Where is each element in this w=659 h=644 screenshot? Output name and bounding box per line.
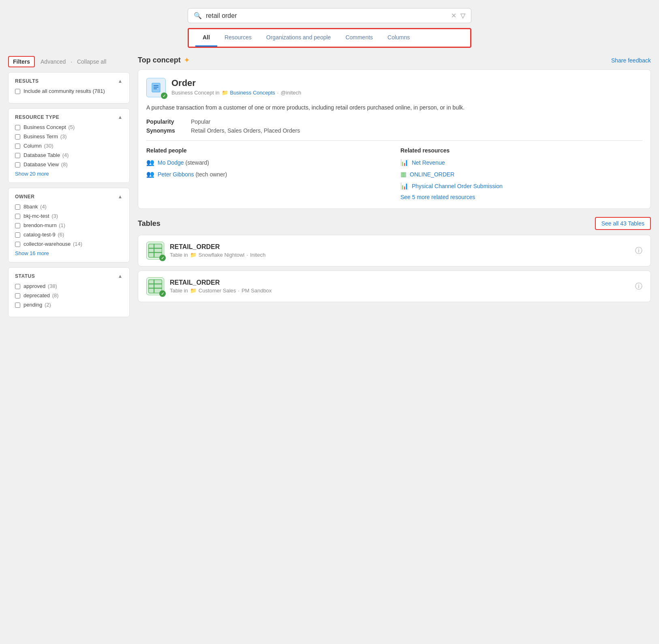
filter-icon[interactable]: ▽ (460, 12, 465, 19)
status-collapse-icon[interactable]: ▲ (118, 273, 123, 279)
online-order-link[interactable]: ONLINE_ORDER (410, 171, 454, 178)
filter-database-table: Database Table (4) (15, 152, 123, 158)
label-pending: pending (2) (24, 302, 51, 308)
table-name-1[interactable]: RETAIL_ORDER (170, 243, 629, 251)
filter-brendon-murn: brendon-murn (1) (15, 222, 123, 228)
tabs-container: All Resources Organizations and people C… (188, 28, 471, 48)
see-all-tables-button[interactable]: See all 43 Tables (595, 217, 651, 230)
table-meta-prefix-2: Table in (170, 288, 188, 294)
tables-title: Tables (138, 219, 160, 228)
checkbox-business-concept[interactable] (15, 125, 20, 130)
folder-icon-2: 📁 (190, 288, 197, 294)
owner-collapse-icon[interactable]: ▲ (118, 194, 123, 200)
popularity-value: Popular (191, 118, 210, 125)
results-title: RESULTS (15, 78, 39, 84)
filter-approved: approved (38) (15, 283, 123, 289)
mo-dodge-link[interactable]: Mo Dodge (158, 159, 184, 166)
table-collection-2: Customer Sales (199, 288, 236, 294)
sidebar-links: Advanced · Collapse all (39, 58, 108, 65)
results-collapse-icon[interactable]: ▲ (118, 78, 123, 84)
concept-text: Order Business Concept in 📁 Business Con… (171, 78, 301, 96)
checkbox-8bank[interactable] (15, 204, 20, 210)
checkbox-approved[interactable] (15, 284, 20, 289)
owner-show-more[interactable]: Show 16 more (15, 250, 123, 256)
checkbox-collector-warehouse[interactable] (15, 242, 20, 247)
table-info-2: RETAIL_ORDER Table in 📁 Customer Sales ·… (170, 279, 629, 294)
tab-columns[interactable]: Columns (380, 29, 417, 47)
clear-search-icon[interactable]: ✕ (451, 12, 456, 19)
checkbox-database-view[interactable] (15, 162, 20, 167)
owner-section-header: OWNER ▲ (15, 194, 123, 200)
tab-org-people[interactable]: Organizations and people (259, 29, 338, 47)
status-section: STATUS ▲ approved (38) deprecated (8) pe… (8, 267, 130, 317)
meta-dot-1: · (246, 252, 248, 258)
related-section: Related people 👥 Mo Dodge (steward) 👥 Pe… (146, 140, 642, 200)
concept-name: Order (171, 78, 301, 88)
filter-column: Column (30) (15, 143, 123, 149)
concept-collection-link[interactable]: Business Concepts (230, 90, 275, 96)
collapse-all-link[interactable]: Collapse all (77, 58, 106, 65)
checkbox-catalog-test-9[interactable] (15, 232, 20, 238)
resource-type-collapse-icon[interactable]: ▲ (118, 114, 123, 120)
table-verified-badge-1 (159, 255, 166, 261)
checkbox-column[interactable] (15, 144, 20, 149)
label-approved: approved (38) (24, 283, 57, 289)
owner-section: OWNER ▲ 8bank (4) bkj-mc-test (3) brendo… (8, 188, 130, 262)
concept-card: Order Business Concept in 📁 Business Con… (138, 69, 651, 209)
related-resource-physical-channel: 📊 Physical Channel Order Submission (400, 182, 642, 190)
related-resources-col: Related resources 📊 Net Revenue ▦ ONLINE… (400, 147, 642, 200)
table-name-2[interactable]: RETAIL_ORDER (170, 279, 629, 286)
status-section-header: STATUS ▲ (15, 273, 123, 279)
search-input[interactable] (206, 12, 447, 19)
advanced-link[interactable]: Advanced (41, 58, 66, 65)
tab-resources[interactable]: Resources (217, 29, 259, 47)
label-catalog-test-9: catalog-test-9 (6) (24, 232, 64, 238)
checkbox-database-table[interactable] (15, 153, 20, 158)
checkbox-pending[interactable] (15, 303, 20, 308)
filters-button[interactable]: Filters (8, 56, 35, 67)
concept-doc-icon (150, 82, 162, 93)
tab-all[interactable]: All (195, 29, 217, 47)
filter-business-concept: Business Concept (5) (15, 124, 123, 130)
bar-chart-icon-2: 📊 (400, 182, 409, 190)
share-feedback-link[interactable]: Share feedback (611, 57, 651, 64)
related-resource-net-revenue: 📊 Net Revenue (400, 159, 642, 166)
synonyms-label: Synonyms (146, 127, 187, 134)
resource-type-title: RESOURCE TYPE (15, 114, 59, 120)
checkbox-brendon-murn[interactable] (15, 223, 20, 228)
table-meta-2: Table in 📁 Customer Sales · PM Sandbox (170, 288, 629, 294)
label-business-term: Business Term (3) (24, 133, 67, 140)
synonyms-value: Retail Orders, Sales Orders, Placed Orde… (191, 127, 300, 134)
table-info-icon-1[interactable]: ⓘ (635, 246, 642, 255)
concept-description: A purchase transaction from a customer o… (146, 103, 642, 112)
table-icon-wrap-1 (146, 242, 164, 260)
checkbox-bkj-mc-test[interactable] (15, 214, 20, 219)
table-owner-2: PM Sandbox (242, 288, 272, 294)
label-database-table: Database Table (4) (24, 152, 69, 158)
table-owner-1: Initech (250, 252, 265, 258)
community-results-checkbox[interactable] (15, 89, 20, 94)
tables-section-header: Tables See all 43 Tables (138, 217, 651, 230)
peter-gibbons-link[interactable]: Peter Gibbons (158, 171, 194, 178)
folder-icon-1: 📁 (190, 252, 197, 258)
top-concept-label: Top concept (138, 56, 181, 64)
physical-channel-link[interactable]: Physical Channel Order Submission (412, 183, 503, 189)
filter-bkj-mc-test: bkj-mc-test (3) (15, 213, 123, 219)
resource-type-show-more[interactable]: Show 20 more (15, 171, 123, 177)
tab-comments[interactable]: Comments (338, 29, 380, 47)
grid-icon: ▦ (400, 170, 407, 178)
concept-card-header: Order Business Concept in 📁 Business Con… (146, 78, 642, 97)
label-brendon-murn: brendon-murn (1) (24, 222, 65, 228)
status-title: STATUS (15, 273, 35, 279)
filter-pending: pending (2) (15, 302, 123, 308)
table-info-1: RETAIL_ORDER Table in 📁 Snowflake Nighto… (170, 243, 629, 258)
table-info-icon-2[interactable]: ⓘ (635, 281, 642, 291)
label-database-view: Database View (8) (24, 161, 68, 167)
checkbox-business-term[interactable] (15, 134, 20, 140)
table-meta-1: Table in 📁 Snowflake Nightowl · Initech (170, 252, 629, 258)
see-more-resources-link[interactable]: See 5 more related resources (400, 194, 642, 200)
bar-chart-icon: 📊 (400, 159, 409, 166)
checkbox-deprecated[interactable] (15, 293, 20, 298)
synonyms-row: Synonyms Retail Orders, Sales Orders, Pl… (146, 127, 642, 134)
net-revenue-link[interactable]: Net Revenue (412, 159, 445, 166)
